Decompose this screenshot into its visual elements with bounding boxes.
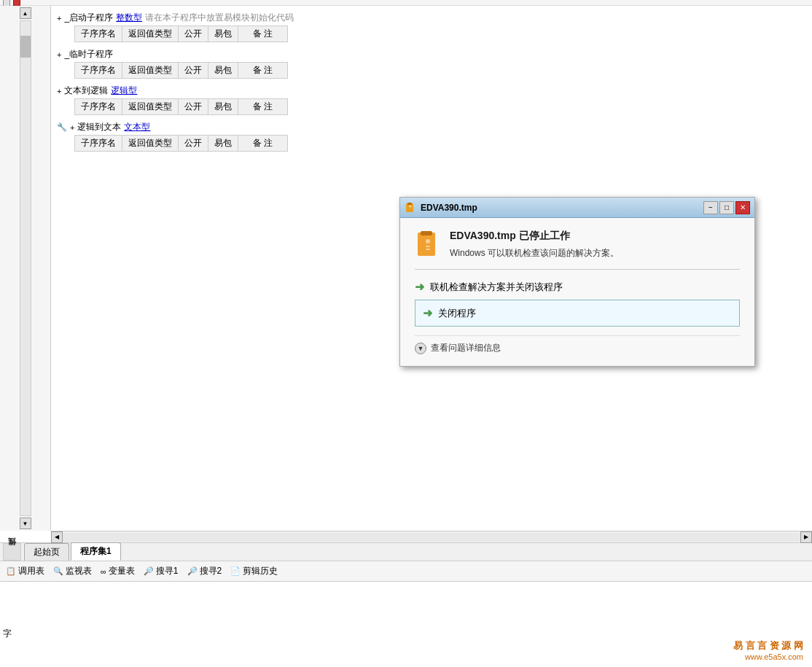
dialog-title-text: EDVA390.tmp [421,203,477,213]
toolbar-call-table[interactable]: 📋 调用表 [6,565,44,577]
scroll-right-btn[interactable]: ▶ [800,531,812,543]
section4-table-wrapper: 子序序名 返回值类型 公开 易包 备 注 [74,135,806,152]
scroll-track[interactable] [63,533,800,542]
table-header-row3: 子序序名 返回值类型 公开 易包 备 注 [75,99,288,115]
tab-home[interactable]: 起始页 [24,543,69,561]
section4-expand[interactable]: + [70,123,74,132]
watermark: 易 言 言 资 源 网 www.e5a5x.com [733,639,803,661]
section4-type: 文本型 [124,121,150,133]
variables-icon: ∞ [101,567,106,576]
svg-rect-4 [421,231,432,235]
scroll-left-btn[interactable]: ◀ [51,531,63,543]
h-scrollbar[interactable]: ◀ ▶ [51,531,812,542]
section3-header: + 文本到逻辑 逻辑型 [57,85,806,97]
section3-expand[interactable]: + [57,87,61,95]
watermark-line2: www.e5a5x.com [733,652,803,661]
dialog-divider1 [415,269,740,270]
arrow-icon2: ➜ [423,306,432,320]
svg-rect-3 [418,233,435,256]
dialog-stopped-title: EDVA390.tmp 已停止工作 [450,230,619,243]
watermark-line1: 易 言 言 资 源 网 [733,639,803,652]
svg-point-5 [426,239,430,243]
toolbar-search2[interactable]: 🔎 搜寻2 [187,565,222,577]
dialog-controls: − □ ✕ [703,201,750,214]
section2-expand[interactable]: + [57,50,61,59]
section1-type: 整数型 [116,12,142,24]
dialog-details-row[interactable]: ▼ 查看问题详细信息 [415,335,740,357]
section2-table-wrapper: 子序序名 返回值类型 公开 易包 备 注 [74,62,806,79]
search2-icon: 🔎 [187,566,198,576]
dialog-minimize-btn[interactable]: − [703,201,718,214]
section4-header: 🔧 + 逻辑到文本 文本型 [57,121,806,133]
scroll-up-btn[interactable]: ▲ [20,7,31,19]
arrow-icon1: ➜ [415,280,424,294]
section2-name: _临时子程序 [64,48,113,61]
properties-tab[interactable]: 属性 [3,543,21,561]
dialog-body: EDVA390.tmp 已停止工作 Windows 可以联机检查该问题的解决方案… [400,218,754,366]
dialog-stopped-subtitle: Windows 可以联机检查该问题的解决方案。 [450,247,619,260]
section1-name: _启动子程序 [64,12,113,24]
dialog-text-block: EDVA390.tmp 已停止工作 Windows 可以联机检查该问题的解决方案… [450,230,619,260]
table-header-row4: 子序序名 返回值类型 公开 易包 备 注 [75,136,288,152]
dialog-titlebar: EDVA390.tmp − □ ✕ [400,198,754,218]
toolbar-clipboard[interactable]: 📄 剪辑历史 [230,565,278,577]
section1-table-wrapper: 子序序名 返回值类型 公开 易包 备 注 [74,26,806,42]
clipboard-icon: 📄 [230,566,241,576]
dialog-restore-btn[interactable]: □ [719,201,734,214]
section3-table: 子序序名 返回值类型 公开 易包 备 注 [74,98,288,115]
table-header-row2: 子序序名 返回值类型 公开 易包 备 注 [75,63,288,79]
section1-table: 子序序名 返回值类型 公开 易包 备 注 [74,26,288,42]
section4-name: 逻辑到文本 [77,121,121,133]
section3-type: 逻辑型 [111,85,137,97]
section3-table-wrapper: 子序序名 返回值类型 公开 易包 备 注 [74,98,806,115]
section1-hint: 请在本子程序中放置易模块初始化代码 [145,12,294,24]
v-scrollbar[interactable] [20,20,31,516]
chevron-down-icon: ▼ [415,343,426,354]
wrench-icon: 🔧 [57,122,67,132]
dialog-window: EDVA390.tmp − □ ✕ [399,197,755,367]
svg-rect-7 [426,249,430,250]
call-table-icon: 📋 [6,566,16,576]
dialog-header-row: EDVA390.tmp 已停止工作 Windows 可以联机检查该问题的解决方案… [415,230,740,260]
section1-expand[interactable]: + [57,14,61,23]
dialog-tag-icon [405,202,416,214]
toolbar-search1[interactable]: 🔎 搜寻1 [144,565,179,577]
section1-header: + _启动子程序 整数型 请在本子程序中放置易模块初始化代码 [57,12,806,24]
svg-rect-1 [407,203,412,205]
dialog-option1[interactable]: ➜ 联机检查解决方案并关闭该程序 [415,276,740,298]
monitor-icon: 🔍 [53,566,63,576]
left-sidebar: ▲ ▼ [0,6,51,531]
section4-table: 子序序名 返回值类型 公开 易包 备 注 [74,135,288,152]
dialog-title-left: EDVA390.tmp [405,202,477,214]
table-header-row: 子序序名 返回值类型 公开 易包 备 注 [75,26,288,42]
dialog-warning-icon [415,230,441,260]
bottom-toolbar: 📋 调用表 🔍 监视表 ∞ 变量表 🔎 搜寻1 🔎 搜寻2 📄 剪辑历史 [0,561,812,582]
search1-icon: 🔎 [144,566,154,576]
sea-label: 字 [3,628,12,640]
svg-rect-6 [426,246,430,247]
bottom-tabs-bar: 属性 起始页 程序集1 [0,542,812,561]
section3-name: 文本到逻辑 [64,85,108,97]
tab-program[interactable]: 程序集1 [71,542,121,561]
dialog-close-btn[interactable]: ✕ [735,201,750,214]
svg-point-2 [410,205,412,207]
section2-table: 子序序名 返回值类型 公开 易包 备 注 [74,62,288,79]
scroll-down-btn[interactable]: ▼ [20,518,31,529]
bottom-area: 字 [0,582,812,667]
toolbar-variables[interactable]: ∞ 变量表 [101,565,135,577]
toolbar-monitor[interactable]: 🔍 监视表 [53,565,92,577]
section2-header: + _临时子程序 [57,48,806,61]
dialog-option2-btn[interactable]: ➜ 关闭程序 [415,300,740,327]
